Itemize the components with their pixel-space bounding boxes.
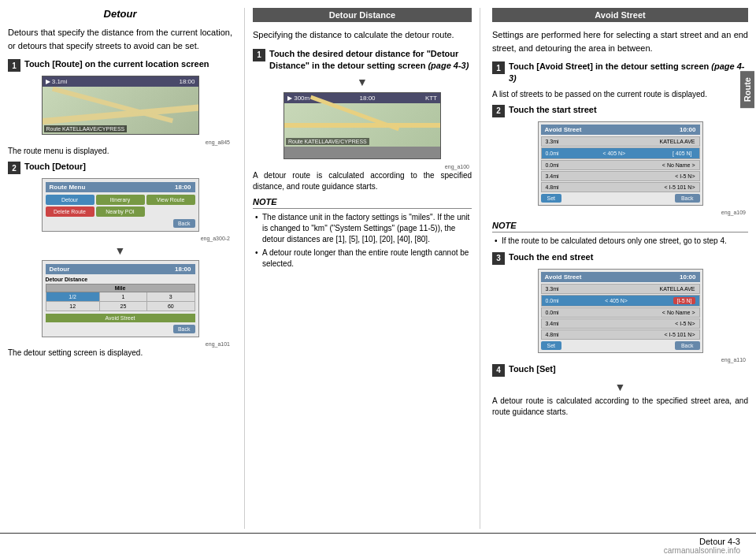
- right-step1-text: Touch [Avoid Street] in the detour setti…: [509, 61, 748, 85]
- detour-val-1-2[interactable]: 1: [99, 292, 146, 302]
- map-nav-left-1: ▶ 3.1mi: [46, 78, 68, 85]
- avoid-back-btn-1[interactable]: Back: [675, 194, 700, 203]
- avoid-item-name-2-3: < No Name >: [662, 310, 695, 315]
- dist-time: 18:00: [360, 95, 376, 102]
- map-nav-bar-1: ▶ 3.1mi 18:00: [43, 76, 198, 87]
- route-menu-back[interactable]: Back: [173, 219, 195, 228]
- detour-val-2-3[interactable]: 60: [147, 302, 195, 311]
- map-label-1: Route KATELLAAVE/CYPRESS: [44, 125, 128, 132]
- avoid-item-2-5[interactable]: 4.8mi < I-5 101 N>: [541, 329, 700, 340]
- avoid-item-dist-2-3: 0.0mi: [546, 310, 559, 315]
- avoid-title-2: Avoid Street: [545, 273, 582, 281]
- detour-sub-title: Detour Distance: [46, 277, 195, 282]
- route-menu-detour[interactable]: Detour: [46, 195, 94, 205]
- route-menu-grid: Detour Itinerary View Route Delete Route…: [46, 195, 195, 217]
- left-step1-num: 1: [8, 59, 20, 72]
- right-step3-text: Touch the end street: [509, 251, 593, 263]
- avoid-item-2-3[interactable]: 0.0mi < No Name >: [541, 307, 700, 318]
- dist-nav-left: ▶ 300m: [287, 95, 309, 102]
- middle-step1-num: 1: [253, 49, 265, 61]
- avoid-item-name-1-2: < 405 N>: [602, 151, 625, 156]
- eng-label-3: eng_a101: [8, 340, 232, 348]
- avoid-item-badge-2-2: [I-5 N]: [673, 297, 695, 304]
- detour-setting-screenshot: Detour 18:00 Detour Distance Mile 1/2 1 …: [42, 260, 199, 337]
- detour-dist-screenshot: ▶ 300m 18:00 KTT Route KATELLAAVE/CYPRES…: [284, 92, 441, 159]
- map-screenshot-1-inner: ▶ 3.1mi 18:00 Route KATELLAAVE/CYPRESS: [43, 76, 198, 134]
- avoid-item-name-1-1: KATELLA AVE: [660, 139, 695, 144]
- route-menu-delete[interactable]: Delete Route: [46, 206, 94, 217]
- route-menu-nearby[interactable]: Nearby POI: [96, 206, 145, 217]
- avoid-back-btn-2[interactable]: Back: [675, 341, 700, 350]
- route-menu-title-text: Route Menu: [50, 184, 86, 191]
- right-step1-caption: A list of streets to be passed on the cu…: [492, 89, 748, 100]
- avoid-item-2-2[interactable]: 0.0mi < 405 N> [I-5 N]: [541, 295, 700, 307]
- detour-val-2-2[interactable]: 25: [99, 302, 146, 311]
- right-step4-num: 4: [492, 364, 505, 377]
- avoid-item-name-2-4: < I-5 N>: [675, 321, 695, 326]
- footer-right: Detour 4-3 carmanualsonline.info: [664, 537, 740, 555]
- avoid-set-btn-1[interactable]: Set: [541, 194, 562, 203]
- right-step1-row: 1 Touch [Avoid Street] in the detour set…: [492, 61, 748, 85]
- dist-map-label: Route KATELLAAVE/CYPRESS: [286, 138, 369, 145]
- detour-col-header: Mile: [46, 285, 195, 292]
- avoid-item-1-2[interactable]: 0.0mi < 405 N> [ 405 N]: [541, 147, 700, 159]
- footer-page: Detour 4-3: [699, 537, 740, 546]
- detour-val-2-1[interactable]: 12: [46, 302, 99, 311]
- avoid-street-screenshot-1: Avoid Street 10:00 3.3mi KATELLA AVE 0.0…: [538, 121, 703, 206]
- dist-nav-bar: ▶ 300m 18:00 KTT: [284, 93, 440, 103]
- eng-label-right-1: eng_a109: [492, 209, 748, 216]
- eng-label-2: eng_a300-2: [8, 235, 232, 242]
- middle-note-1: The distance unit in the factory setting…: [253, 212, 472, 245]
- left-step1-row: 1 Touch [Route] on the current location …: [8, 58, 232, 72]
- right-step3-row: 3 Touch the end street: [492, 251, 748, 265]
- avoid-set-btn-2[interactable]: Set: [541, 341, 562, 350]
- right-step1-num: 1: [492, 61, 505, 74]
- avoid-item-name-1-4: < I-5 N>: [675, 173, 695, 179]
- detour-val-1-3[interactable]: 3: [147, 292, 195, 302]
- avoid-title-bar-1: Avoid Street 10:00: [541, 125, 700, 135]
- map-time-1: 18:00: [179, 78, 195, 85]
- avoid-item-name-1-3: < No Name >: [662, 162, 695, 168]
- detour-back-btn[interactable]: Back: [173, 325, 195, 333]
- avoid-item-2-4[interactable]: 3.4mi < I-5 N>: [541, 318, 700, 329]
- left-column: Detour Detours that specify the distance…: [8, 8, 244, 529]
- middle-caption-1: A detour route is calculated according t…: [253, 170, 472, 192]
- avoid-item-dist-2-5: 4.8mi: [546, 332, 559, 337]
- right-step4-text: Touch [Set]: [509, 363, 556, 375]
- right-step4-caption: A detour route is calculated according t…: [492, 396, 748, 418]
- route-menu-screenshot: Route Menu 18:00 Detour Itinerary View R…: [42, 178, 199, 232]
- left-section-title: Detour: [8, 8, 232, 20]
- route-menu-view[interactable]: View Route: [146, 195, 195, 205]
- avoid-item-2-1[interactable]: 3.3mi KATELLA AVE: [541, 284, 700, 294]
- avoid-street-btn[interactable]: Avoid Street: [46, 314, 195, 322]
- right-step3-num: 3: [492, 252, 505, 265]
- main-content: Detour Detours that specify the distance…: [0, 0, 756, 529]
- avoid-item-1-1[interactable]: 3.3mi KATELLA AVE: [541, 136, 700, 147]
- map-area-1: Route KATELLAAVE/CYPRESS: [43, 87, 198, 134]
- avoid-item-dist-1-1: 3.3mi: [546, 139, 559, 144]
- left-step2-num: 2: [8, 162, 20, 174]
- route-menu-itinerary[interactable]: Itinerary: [96, 195, 145, 205]
- dist-nav-right: KTT: [425, 95, 437, 102]
- footer: Detour 4-3 carmanualsonline.info: [0, 533, 756, 558]
- avoid-item-dist-1-4: 3.4mi: [546, 173, 559, 179]
- middle-column: Detour Distance Specifying the distance …: [244, 8, 480, 529]
- avoid-item-1-3[interactable]: 0.0mi < No Name >: [541, 160, 700, 170]
- avoid-item-1-4[interactable]: 3.4mi < I-5 N>: [541, 171, 700, 181]
- left-step2-text: Touch [Detour]: [24, 161, 86, 173]
- middle-step1-text: Touch the desired detour distance for "D…: [269, 48, 472, 73]
- footer-site: carmanualsonline.info: [664, 546, 740, 555]
- left-intro-text: Detours that specify the distance from t…: [8, 26, 232, 52]
- avoid-item-dist-2-4: 3.4mi: [546, 321, 559, 326]
- avoid-title-1: Avoid Street: [545, 126, 582, 133]
- detour-val-1-1[interactable]: 1/2: [46, 292, 99, 302]
- middle-note-section: NOTE The distance unit in the factory se…: [253, 197, 472, 270]
- detour-distance-table: Mile 1/2 1 3 12 25 60: [46, 284, 195, 311]
- middle-step1-page-ref: (page 4-3): [428, 61, 469, 70]
- right-step2-row: 2 Touch the start street: [492, 104, 748, 117]
- avoid-time-1: 10:00: [680, 126, 695, 133]
- right-intro-text: Settings are performed here for selectin…: [492, 28, 748, 54]
- avoid-item-1-5[interactable]: 4.8mi < I-5 101 N>: [541, 182, 700, 192]
- middle-section-header: Detour Distance: [253, 8, 472, 22]
- middle-note-2: A detour route longer than the entire ro…: [253, 247, 472, 270]
